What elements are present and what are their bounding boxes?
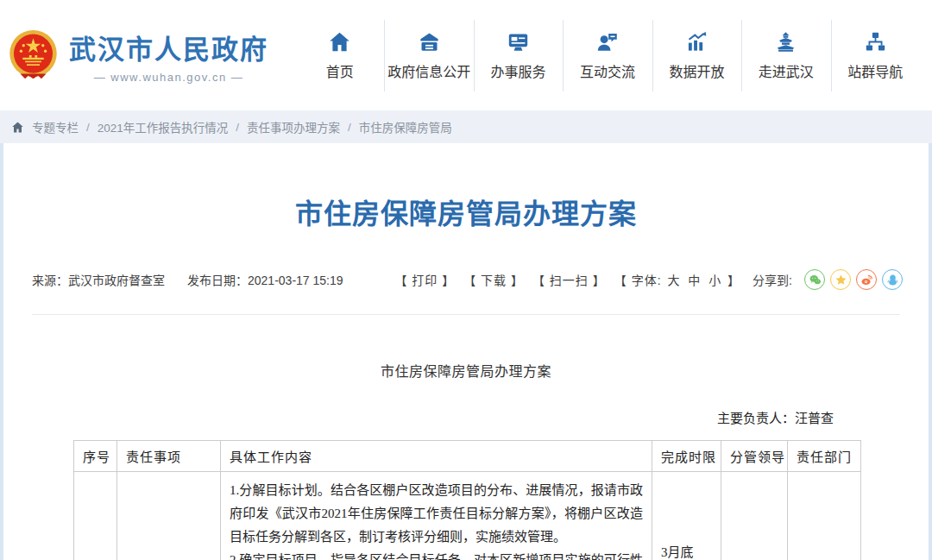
tower-icon	[774, 30, 797, 53]
nav-item-site-navigation[interactable]: 站群导航	[831, 25, 920, 86]
site-header: 武汉市人民政府 — www.wuhan.gov.cn — 首页 政府信息公开	[0, 0, 932, 110]
qq-penguin-icon	[886, 274, 899, 286]
interaction-icon	[595, 30, 619, 53]
cell-dept	[788, 472, 861, 560]
nav-label: 走进武汉	[759, 60, 814, 81]
site-title: 武汉市人民政府	[69, 28, 268, 66]
font-size-suffix: 】	[727, 274, 740, 287]
article-meta: 来源：武汉市政府督查室 发布日期：2021-03-17 15:19	[32, 271, 343, 288]
scan-qr-button[interactable]: 【 扫一扫 】	[532, 271, 606, 288]
content-card: 市住房保障房管局办理方案 来源：武汉市政府督查室 发布日期：2021-03-17…	[3, 143, 929, 560]
nav-item-interaction[interactable]: 互动交流	[563, 25, 652, 86]
breadcrumb-item[interactable]: 责任事项办理方案	[247, 118, 340, 135]
breadcrumb-separator: /	[348, 121, 351, 134]
print-button[interactable]: 【 打印 】	[394, 271, 455, 288]
article-date: 发布日期：2021-03-17 15:19	[187, 271, 343, 288]
responsible-label: 主要负责人：	[717, 412, 795, 425]
work-item: 2.确定目标项目。指导各区结合目标任务，对本区新增项目实施的可行性进行评估，确定…	[230, 549, 643, 560]
cell-leader	[721, 472, 788, 560]
main-nav: 首页 政府信息公开 办事服务	[295, 0, 920, 110]
section-divider	[32, 314, 900, 315]
breadcrumb-home-icon[interactable]	[11, 121, 24, 134]
sitemap-icon	[864, 30, 887, 53]
breadcrumb-separator: /	[236, 121, 239, 134]
responsible-name: 汪普查	[795, 412, 834, 425]
work-item: 1.分解目标计划。结合各区棚户区改造项目的分布、进展情况，报请市政府印发《武汉市…	[230, 479, 643, 549]
nav-item-home[interactable]: 首页	[295, 25, 384, 86]
breadcrumb: 专题专栏 / 2021年工作报告执行情况 / 责任事项办理方案 / 市住房保障房…	[0, 110, 932, 143]
share-qzone-button[interactable]	[830, 269, 851, 290]
nav-label: 政府信息公开	[387, 60, 470, 81]
download-button[interactable]: 【 下载 】	[463, 271, 524, 288]
font-size-large-button[interactable]: 大	[667, 274, 680, 287]
table-header-row: 序号 责任事项 具体工作内容 完成时限 分管领导 责任部门	[74, 441, 861, 472]
share-label: 分享到:	[753, 271, 792, 288]
deadline-value: 3月底	[661, 541, 712, 560]
nav-label: 首页	[326, 60, 354, 81]
duty-table: 序号 责任事项 具体工作内容 完成时限 分管领导 责任部门 1.分解目标计划。结…	[73, 440, 861, 560]
breadcrumb-item[interactable]: 专题专栏	[32, 118, 79, 135]
article-source: 来源：武汉市政府督查室	[32, 271, 165, 288]
cell-duty	[117, 472, 221, 560]
font-size-small-button[interactable]: 小	[708, 274, 721, 287]
info-disclosure-icon	[418, 30, 441, 53]
breadcrumb-item[interactable]: 2021年工作报告执行情况	[98, 118, 229, 135]
document-title: 市住房保障房管局办理方案	[3, 360, 929, 381]
col-header-duty: 责任事项	[117, 441, 221, 472]
cell-work-content: 1.分解目标计划。结合各区棚户区改造项目的分布、进展情况，报请市政府印发《武汉市…	[221, 472, 652, 560]
article-meta-row: 来源：武汉市政府督查室 发布日期：2021-03-17 15:19 【 打印 】…	[3, 269, 929, 290]
share-wechat-button[interactable]	[804, 269, 825, 290]
col-header-seq: 序号	[74, 441, 117, 472]
date-label: 发布日期：	[187, 274, 248, 287]
site-logo[interactable]: 武汉市人民政府 — www.wuhan.gov.cn —	[9, 28, 295, 84]
font-size-medium-button[interactable]: 中	[688, 274, 701, 287]
source-value: 武汉市政府督查室	[68, 274, 165, 287]
nav-label: 互动交流	[580, 60, 635, 81]
nav-item-info-disclosure[interactable]: 政府信息公开	[384, 25, 473, 86]
col-header-content: 具体工作内容	[221, 441, 652, 472]
font-size-prefix: 【 字体:	[614, 274, 662, 287]
wechat-icon	[809, 274, 822, 286]
share-weibo-button[interactable]	[856, 269, 877, 290]
nav-item-services[interactable]: 办事服务	[474, 25, 563, 86]
open-data-icon	[685, 30, 708, 53]
breadcrumb-separator: /	[86, 121, 90, 134]
page-title: 市住房保障房管局办理方案	[3, 143, 929, 231]
date-value: 2021-03-17 15:19	[248, 274, 343, 287]
weibo-icon	[860, 274, 873, 286]
responsible-person-line: 主要负责人：汪普查	[3, 408, 929, 426]
nav-label: 站群导航	[847, 60, 903, 81]
share-qq-button[interactable]	[882, 269, 903, 290]
home-icon	[328, 30, 351, 53]
national-emblem-icon	[9, 28, 58, 82]
qzone-star-icon	[834, 274, 847, 286]
nav-label: 数据开放	[669, 60, 724, 81]
site-url: — www.wuhan.gov.cn —	[94, 71, 244, 84]
breadcrumb-item-current: 市住房保障房管局	[359, 118, 452, 135]
col-header-leader: 分管领导	[721, 441, 788, 472]
font-size-control: 【 字体: 大 中 小 】	[614, 271, 740, 288]
col-header-dept: 责任部门	[788, 441, 861, 472]
services-monitor-icon	[507, 30, 530, 53]
nav-item-about-wuhan[interactable]: 走进武汉	[741, 25, 830, 86]
article-toolbar: 【 打印 】 【 下载 】 【 扫一扫 】 【 字体: 大 中 小 】 分享到:	[394, 269, 903, 290]
col-header-deadline: 完成时限	[652, 441, 721, 472]
table-row: 1.分解目标计划。结合各区棚户区改造项目的分布、进展情况，报请市政府印发《武汉市…	[74, 472, 861, 560]
cell-seq	[74, 472, 117, 560]
nav-item-open-data[interactable]: 数据开放	[652, 25, 741, 86]
source-label: 来源：	[32, 274, 68, 287]
nav-label: 办事服务	[491, 60, 546, 81]
page-viewport: 武汉市人民政府 — www.wuhan.gov.cn — 首页 政府信息公开	[0, 0, 932, 560]
cell-deadline: 3月底	[652, 472, 721, 560]
site-title-block: 武汉市人民政府 — www.wuhan.gov.cn —	[69, 28, 268, 84]
